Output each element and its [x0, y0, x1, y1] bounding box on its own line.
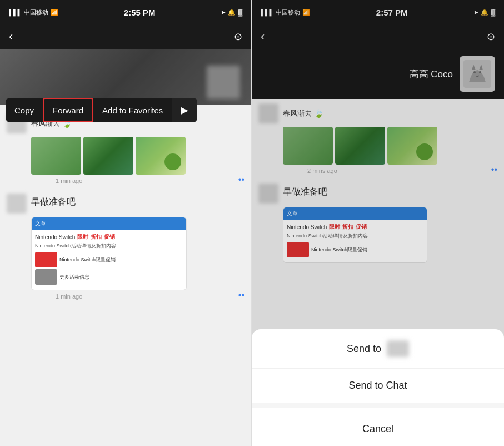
cancel-label: Cancel	[362, 423, 393, 434]
send-to-contact-avatar	[387, 340, 409, 357]
article-body-1: Nintendo Switch 限时 折扣 促销 Nintendo Switch…	[32, 230, 186, 290]
avatar-2	[7, 194, 27, 214]
left-time: 2:55 PM	[124, 8, 156, 17]
msg-time-1: 1 min ago	[56, 177, 82, 184]
battery-icon: ▓	[238, 9, 242, 16]
send-to-row: Send to	[347, 340, 409, 357]
msg-images-1	[31, 137, 244, 175]
signal-icon: ▌▌▌	[9, 9, 22, 16]
sheet-divider	[252, 403, 504, 408]
send-to-chat-item[interactable]: Send to Chat	[252, 369, 504, 403]
article-header-1: 文章	[32, 217, 186, 230]
wifi-icon: 📶	[51, 9, 58, 16]
location-icon: ➤	[221, 9, 226, 16]
message-block-2: 早做准备吧 文章 Nintendo Switch 限时 折扣 促销 Ninten…	[7, 194, 244, 300]
msg-header-2: 早做准备吧	[7, 194, 244, 214]
msg-options-1[interactable]: ••	[238, 175, 244, 185]
left-nav-bar: ‹ ⊙	[0, 24, 251, 49]
left-carrier: ▌▌▌ 中国移动 📶	[9, 8, 58, 17]
cancel-button[interactable]: Cancel	[252, 412, 504, 446]
forward-button[interactable]: Forward	[43, 98, 93, 122]
msg-time-2: 1 min ago	[56, 293, 82, 300]
msg-time-row-2: 1 min ago ••	[31, 290, 244, 300]
more-button[interactable]: ▶	[172, 98, 197, 122]
msg-time-row-1: 1 min ago ••	[31, 175, 244, 185]
copy-button[interactable]: Copy	[6, 98, 43, 122]
username-2: 早做准备吧	[31, 196, 76, 208]
image-thumb-2	[83, 137, 133, 175]
left-status-bar: ▌▌▌ 中国移动 📶 2:55 PM ➤ 🔔 ▓	[0, 0, 251, 24]
image-thumb-1	[31, 137, 81, 175]
bottom-sheet: Send to Send to Chat Cancel	[252, 329, 504, 446]
send-to-label: Send to	[347, 343, 381, 355]
article-card-1: 文章 Nintendo Switch 限时 折扣 促销 Nintendo Swi…	[31, 217, 187, 290]
left-panel: ▌▌▌ 中国移动 📶 2:55 PM ➤ 🔔 ▓ ‹ ⊙ Copy Forwar…	[0, 0, 252, 446]
context-menu: Copy Forward Add to Favorites ▶	[6, 98, 197, 122]
message-block-1: 春风渐去 🍃 1 min ago ••	[7, 113, 244, 185]
msg-options-2[interactable]: ••	[238, 290, 244, 300]
article-img-1	[35, 252, 57, 267]
right-panel: ▌▌▌ 中国移动 📶 2:57 PM ➤ 🔔 ▓ ‹ ⊙ 高高 Coco	[252, 0, 504, 446]
image-thumb-3	[136, 137, 186, 175]
blurred-avatar	[207, 66, 240, 99]
article-img-2	[35, 269, 57, 285]
left-status-right: ➤ 🔔 ▓	[221, 9, 242, 16]
send-to-chat-label: Send to Chat	[348, 380, 407, 392]
header-image	[0, 49, 251, 105]
left-chat-content: 春风渐去 🍃 1 min ago •• 早做准备吧	[0, 109, 251, 314]
send-to-item[interactable]: Send to	[252, 329, 504, 369]
camera-button[interactable]: ⊙	[234, 31, 242, 43]
add-favorites-button[interactable]: Add to Favorites	[93, 98, 172, 122]
back-button[interactable]: ‹	[9, 29, 13, 44]
carrier-text: 中国移动	[24, 8, 48, 17]
alert-icon: 🔔	[228, 9, 236, 16]
msg-user-2: 早做准备吧	[31, 196, 76, 211]
